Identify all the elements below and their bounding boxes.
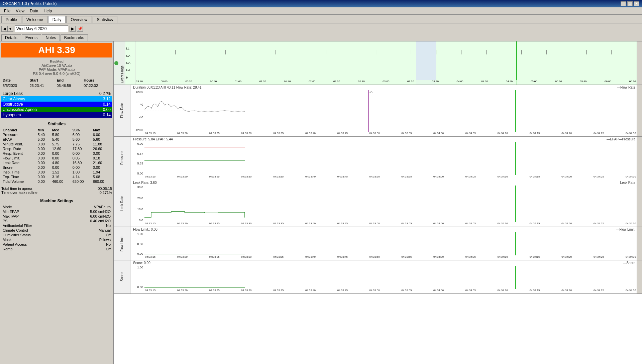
overview-scrollbar[interactable] (637, 41, 642, 85)
table-row: Leak Rate0.004.8016.8021.60 (1, 160, 112, 165)
date-back-button[interactable]: ◀ (1, 26, 7, 32)
clear-airway-value: 3.12 (103, 97, 111, 101)
tab-daily[interactable]: Daily (48, 16, 66, 23)
machine-row: Antibacterial FilterNo (1, 223, 112, 228)
statistics-title: Statistics (1, 122, 112, 126)
machine-rows: ModeVPAPautoMin EPAP5.00 cmH2OMax IPAP6.… (1, 205, 112, 251)
leak-rate-scrollbar[interactable] (637, 180, 642, 227)
flow-limit-scrollbar[interactable] (637, 227, 642, 260)
ahi-value: AHI 3.39 (3, 45, 110, 55)
machine-row: Min EPAP5.00 cmH2O (1, 209, 112, 214)
col-max: Max (92, 128, 112, 132)
machine-row: Humidifier StatusOff (1, 233, 112, 237)
hours-header: Hours (84, 78, 111, 82)
maximize-button[interactable]: □ (627, 1, 633, 6)
tab-statistics[interactable]: Statistics (93, 16, 117, 23)
window-controls: ─ □ ✕ (621, 1, 639, 6)
pressure-content[interactable]: Pressure: 5.84 EPAP: 5.44 —EPAP—Pressure… (130, 137, 637, 180)
pressure-y-axis: 6.00 5.67 5.33 5.00 (130, 142, 144, 175)
tab-profile[interactable]: Profile (1, 16, 21, 23)
flow-rate-panel: Flow Rate Duration 00:01:23 AHI 43.11 Fl… (114, 85, 642, 137)
unclassified-value: 0.00 (103, 107, 111, 112)
datebar: ◀ ▼ ▶ 📌 (0, 23, 642, 34)
flow-limit-y-axis: 1.00 0.50 0.00 (130, 232, 144, 255)
total-apnea-value: 00:06:15 (98, 187, 112, 191)
subtab-bookmarks[interactable]: Bookmarks (61, 34, 88, 41)
stats-header-row: Channel Min Med 95% Max (1, 128, 112, 132)
leak-rate-right-label: —Leak Rate (617, 181, 635, 185)
statistics-section: Statistics Channel Min Med 95% Max Press… (0, 119, 113, 185)
flow-limit-ylabel: Flow Limit. (114, 227, 130, 260)
left-panel: AHI 3.39 ResMed AirCurve 10 VAuto PAP Mo… (0, 41, 114, 364)
pressure-scrollbar[interactable] (637, 137, 642, 180)
table-row: Tidal Volume0.00460.00620.00860.00 (1, 179, 112, 184)
subtab-events[interactable]: Events (22, 34, 41, 41)
flow-limit-right-label: —Flow Limit. (616, 228, 635, 231)
flow-rate-scrollbar[interactable] (637, 85, 642, 136)
flow-limit-content[interactable]: Flow Limit.: 0.00 —Flow Limit. 1.00 0.50… (130, 227, 637, 260)
table-row: Resp. Event0.000.000.000.00 (1, 151, 112, 156)
snore-title: Snore: 0.00 (133, 261, 150, 265)
leak-redline-label: Time over leak redline (1, 191, 37, 195)
table-row: Flow Limit.0.000.000.050.18 (1, 156, 112, 160)
event-obstructive: Obstructive 0.14 (1, 102, 112, 107)
date-dropdown-button[interactable]: ▼ (7, 26, 13, 32)
event-unclassified: Unclassified Apnea 0.00 (1, 107, 112, 112)
leak-rate-time-axis: 04:33:15 04:33:20 04:33:25 04:33:30 04:3… (144, 222, 637, 227)
overview-time-axis: 23:40 00:00 00:20 00:40 01:00 01:20 01:4… (135, 80, 637, 85)
pressure-cursor (515, 142, 516, 175)
total-apnea-row: Total time in apnea 00:06:15 (1, 187, 112, 191)
menu-data[interactable]: Data (27, 8, 41, 14)
pressure-ylabel: Pressure (114, 137, 130, 180)
minimize-button[interactable]: ─ (621, 1, 626, 6)
subtab-notes[interactable]: Notes (42, 34, 60, 41)
total-apnea-label: Total time in apnea (1, 187, 32, 191)
snore-content[interactable]: Snore: 0.00 —Snore 1.00 0.00 04:33:15 04… (130, 260, 637, 293)
ahi-box: AHI 3.39 (1, 43, 112, 57)
table-row: EPAP5.005.405.605.60 (1, 137, 112, 142)
subtab-details[interactable]: Details (1, 34, 21, 41)
event-type-labels: LL CA OA UA H (125, 41, 135, 85)
session-data: 5/6/2020 23:23:41 06:46:59 07:22:02 (1, 83, 112, 88)
machine-row: MaskPillows (1, 237, 112, 242)
tab-welcome[interactable]: Welcome (22, 16, 47, 23)
stats-body: Pressure5.405.806.006.00EPAP5.005.405.60… (1, 132, 112, 184)
leak-rate-content[interactable]: Leak Rate: 3.60 —Leak Rate 30.0 20.0 10.… (130, 180, 637, 227)
session-header: Date Start End Hours (1, 78, 112, 83)
clear-airway-label: Clear Airway (3, 97, 25, 101)
hypopnea-value: 0.14 (103, 113, 111, 117)
date-input[interactable] (15, 25, 68, 32)
snore-ylabel: Snore (114, 260, 130, 293)
col-channel: Channel (1, 128, 36, 132)
menu-file[interactable]: File (1, 8, 13, 14)
machine-row: Max IPAP6.00 cmH2O (1, 214, 112, 219)
date-forward-button[interactable]: ▶ (70, 26, 76, 32)
tab-overview[interactable]: Overview (66, 16, 92, 23)
flow-rate-time-axis: 04:33:15 04:33:20 04:33:25 04:33:30 04:3… (144, 132, 637, 136)
subtabbar: Details Events Notes Bookmarks (0, 34, 642, 41)
session-end: 06:46:59 (57, 84, 84, 88)
snore-cursor (515, 266, 516, 289)
start-header: Start (30, 78, 57, 82)
overview-chart: Event Flags LL CA OA UA H (114, 41, 642, 85)
pressure-svg (144, 142, 245, 180)
leak-rate-panel: Leak Rate Leak Rate: 3.60 —Leak Rate 30.… (114, 180, 642, 227)
table-row: Snore0.000.000.000.00 (1, 165, 112, 170)
overview-chart-area[interactable]: 23:40 00:00 00:20 00:40 01:00 01:20 01:4… (135, 41, 637, 85)
device-info: ResMed AirCurve 10 VAuto PAP Mode: VPAPa… (0, 59, 113, 76)
flow-rate-right-label: —Flow Rate (617, 86, 635, 89)
menu-help[interactable]: Help (41, 8, 55, 14)
date-pin-button[interactable]: 📌 (77, 26, 83, 32)
titlebar: OSCAR 1.1.0 (Profile: Patrick) ─ □ ✕ (0, 0, 642, 7)
menu-view[interactable]: View (13, 8, 27, 14)
pressure-time-axis: 04:33:15 04:33:20 04:33:25 04:33:30 04:3… (144, 175, 637, 180)
session-info: Date Start End Hours 5/6/2020 23:23:41 0… (0, 76, 113, 90)
close-button[interactable]: ✕ (634, 1, 639, 6)
table-row: Insp. Time0.001.521.801.94 (1, 170, 112, 174)
ca-purple-line (368, 90, 369, 132)
table-row: Exp. Time0.003.164.145.68 (1, 174, 112, 179)
snore-scrollbar[interactable] (637, 260, 642, 293)
flow-rate-content[interactable]: Duration 00:01:23 AHI 43.11 Flow Rate: 2… (130, 85, 637, 136)
svg-rect-13 (416, 41, 436, 85)
events-section: Large Leak 0.27% Clear Airway 3.12 Obstr… (0, 90, 113, 119)
